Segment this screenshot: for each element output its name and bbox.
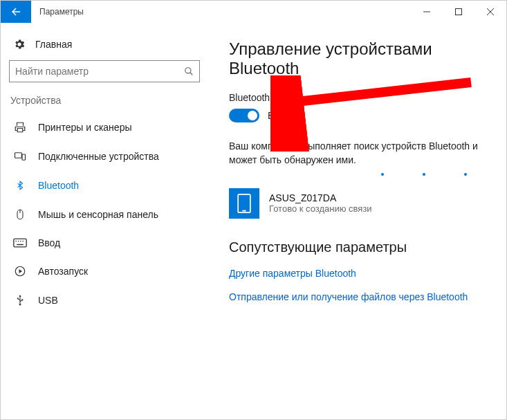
sidebar-item-usb[interactable]: USB [9, 286, 200, 315]
close-button[interactable] [474, 1, 506, 23]
toggle-state-label: Вкл. [268, 110, 287, 121]
maximize-icon [455, 8, 462, 15]
keyboard-icon [13, 238, 27, 248]
bluetooth-label: Bluetooth [229, 92, 492, 103]
sidebar-group-label: Устройства [9, 95, 200, 113]
device-status: Готово к созданию связи [269, 203, 372, 214]
sidebar-item-input[interactable]: Ввод [9, 229, 200, 257]
titlebar: Параметры [1, 1, 506, 23]
arrow-left-icon [10, 6, 22, 18]
sidebar-item-bluetooth[interactable]: Bluetooth [9, 171, 200, 200]
search-icon [184, 66, 194, 76]
usb-icon [13, 294, 27, 307]
search-input[interactable] [15, 66, 184, 77]
related-heading: Сопутствующие параметры [229, 239, 492, 255]
bluetooth-toggle[interactable] [229, 109, 259, 122]
svg-rect-21 [21, 299, 23, 300]
sidebar-home-label: Главная [35, 39, 72, 50]
printer-icon [13, 121, 27, 134]
svg-line-5 [190, 73, 193, 75]
bluetooth-description: Ваш компьютер выполняет поиск устройств … [229, 139, 478, 167]
window-title: Параметры [39, 7, 84, 17]
minimize-icon [423, 8, 430, 15]
svg-rect-7 [22, 154, 26, 160]
content-area: Управление устройствами Bluetooth Blueto… [208, 23, 506, 419]
device-item[interactable]: ASUS_Z017DA Готово к созданию связи [229, 188, 492, 219]
device-name: ASUS_Z017DA [269, 192, 372, 203]
sidebar: Главная Устройства Принтеры и сканеры По… [1, 23, 208, 419]
toggle-knob [248, 111, 257, 120]
searching-dots [381, 173, 492, 176]
phone-icon [229, 188, 259, 219]
devices-icon [13, 150, 27, 163]
svg-rect-23 [238, 194, 250, 212]
back-button[interactable] [1, 1, 31, 23]
sidebar-item-label: Мышь и сенсорная панель [38, 209, 158, 220]
sidebar-item-printers[interactable]: Принтеры и сканеры [9, 113, 200, 142]
minimize-button[interactable] [411, 1, 443, 23]
mouse-icon [13, 208, 27, 221]
link-more-bluetooth-settings[interactable]: Другие параметры Bluetooth [229, 268, 492, 279]
gear-icon [13, 38, 26, 51]
svg-point-4 [185, 68, 191, 73]
sidebar-item-label: Автозапуск [38, 266, 88, 277]
link-send-receive-files[interactable]: Отправление или получение файлов через B… [229, 291, 492, 302]
sidebar-item-connected-devices[interactable]: Подключенные устройства [9, 142, 200, 171]
svg-rect-6 [15, 153, 22, 158]
sidebar-item-home[interactable]: Главная [9, 35, 200, 60]
svg-marker-17 [19, 269, 23, 273]
bluetooth-icon [13, 179, 27, 192]
sidebar-item-label: Ввод [38, 237, 60, 248]
sidebar-item-label: Принтеры и сканеры [38, 122, 131, 133]
svg-rect-10 [14, 239, 26, 247]
sidebar-item-label: USB [38, 295, 58, 306]
search-box[interactable] [9, 60, 200, 82]
svg-marker-22 [19, 304, 21, 306]
sidebar-item-label: Bluetooth [38, 180, 79, 191]
maximize-button[interactable] [443, 1, 474, 23]
autoplay-icon [13, 265, 27, 277]
page-title: Управление устройствами Bluetooth [229, 39, 492, 78]
svg-point-18 [19, 295, 21, 298]
sidebar-item-mouse[interactable]: Мышь и сенсорная панель [9, 200, 200, 229]
svg-point-20 [17, 298, 19, 299]
sidebar-item-autoplay[interactable]: Автозапуск [9, 257, 200, 286]
svg-rect-1 [456, 9, 462, 15]
sidebar-item-label: Подключенные устройства [38, 151, 159, 162]
close-icon [487, 8, 494, 15]
